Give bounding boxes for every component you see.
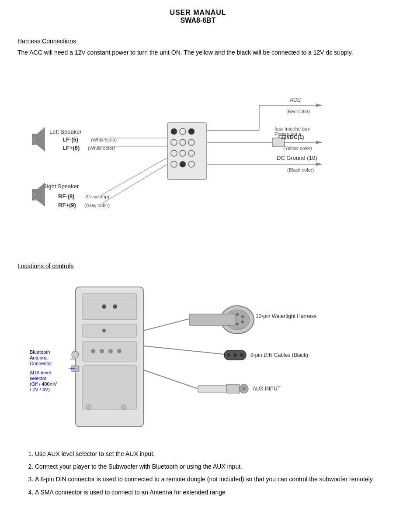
svg-text:(White/strip): (White/strip): [91, 137, 117, 142]
svg-text:DC Ground (10): DC Ground (10): [277, 155, 317, 161]
svg-text:-: -: [34, 191, 36, 197]
svg-point-65: [117, 349, 122, 353]
svg-text:(Black color): (Black color): [287, 167, 314, 173]
page-title: USER MANAUL: [17, 9, 379, 17]
svg-point-64: [108, 349, 113, 353]
svg-text:(Off / 400mV: (Off / 400mV: [30, 381, 57, 387]
svg-rect-57: [82, 324, 137, 337]
svg-text:+: +: [34, 142, 37, 148]
svg-point-56: [113, 304, 117, 309]
instruction-item: A 8-pin DIN connector is used to connect…: [35, 474, 379, 485]
svg-text:Right  Speaker: Right Speaker: [43, 183, 79, 190]
locations-diagram: 12-pin Watertight Harness 8-pin DIN Cabl…: [17, 278, 379, 440]
svg-text:(Gray/strip): (Gray/strip): [85, 194, 109, 199]
svg-text:12-pin Watertight Harness: 12-pin Watertight Harness: [256, 313, 316, 319]
harness-description: The ACC will need a 12V constant power t…: [17, 48, 379, 57]
svg-marker-36: [37, 127, 45, 152]
svg-marker-47: [37, 183, 45, 207]
svg-text:RF+(9): RF+(9): [58, 202, 76, 208]
instructions-list: Use AUX level selector to set the AUX in…: [35, 449, 379, 498]
svg-marker-22: [316, 141, 323, 144]
svg-text:(Yellow color): (Yellow color): [283, 145, 312, 151]
svg-text:Left Speaker: Left Speaker: [49, 128, 82, 135]
svg-marker-28: [316, 162, 323, 166]
locations-heading: Locations of controls: [17, 263, 379, 269]
svg-rect-87: [226, 384, 240, 393]
locations-section: Locations of controls: [17, 263, 379, 498]
harness-section: Harness Connections The ACC will need a …: [17, 38, 379, 249]
svg-text:LF-(5): LF-(5): [63, 136, 78, 143]
svg-text:(White color): (White color): [88, 145, 115, 151]
svg-text:ACC: ACC: [290, 97, 301, 103]
svg-point-76: [241, 321, 244, 323]
svg-rect-86: [198, 385, 229, 392]
svg-line-78: [143, 319, 189, 331]
svg-text:RF-(8): RF-(8): [58, 193, 75, 200]
instruction-item: Use AUX level selector to set the AUX in…: [35, 449, 379, 459]
page-header: USER MANAUL SWA8-6BT: [17, 9, 379, 24]
instruction-item: Connect your player to the Subwoofer wit…: [35, 461, 379, 472]
svg-point-62: [91, 349, 95, 353]
svg-point-89: [242, 387, 246, 390]
svg-point-60: [72, 351, 79, 358]
svg-text:(Red color): (Red color): [286, 109, 310, 114]
svg-text:LF+(6): LF+(6): [63, 145, 80, 151]
svg-rect-77: [189, 314, 235, 325]
svg-text:(Gray color): (Gray color): [84, 203, 110, 208]
svg-rect-54: [82, 294, 137, 320]
svg-text:-: -: [34, 136, 36, 141]
svg-line-43: [102, 158, 167, 195]
svg-text:AUX level: AUX level: [30, 370, 51, 375]
locations-diagram-svg: 12-pin Watertight Harness 8-pin DIN Cabl…: [28, 278, 368, 440]
harness-heading: Harness Connections: [17, 38, 379, 45]
svg-point-72: [236, 313, 239, 316]
harness-diagram-svg: ACC (Red color) Please put a fuse into t…: [19, 66, 377, 249]
svg-text:Bluetooth: Bluetooth: [30, 349, 50, 355]
harness-diagram: ACC (Red color) Please put a fuse into t…: [17, 66, 379, 249]
svg-point-11: [180, 161, 186, 167]
svg-text:AUX INPUT: AUX INPUT: [253, 386, 281, 392]
svg-text:fuse into the box: fuse into the box: [274, 126, 310, 131]
svg-point-75: [236, 323, 239, 325]
svg-text:+: +: [34, 198, 37, 203]
svg-text:selector: selector: [30, 376, 47, 381]
svg-line-90: [143, 370, 198, 389]
svg-text:8-pin DIN Cables (Black): 8-pin DIN Cables (Black): [250, 352, 308, 358]
svg-marker-16: [316, 104, 323, 107]
svg-point-81: [227, 353, 230, 357]
svg-line-50: [102, 164, 167, 204]
svg-text:Antenna: Antenna: [30, 355, 48, 360]
svg-point-63: [100, 349, 104, 353]
svg-point-83: [240, 353, 243, 357]
instruction-item: A SMA connector is used to connect to an…: [35, 487, 379, 498]
svg-point-68: [121, 404, 126, 410]
svg-point-55: [102, 304, 106, 309]
svg-point-67: [86, 404, 91, 410]
page-subtitle: SWA8-6BT: [17, 17, 379, 24]
svg-point-3: [188, 128, 195, 135]
svg-rect-66: [82, 366, 137, 409]
svg-line-84: [143, 346, 224, 354]
svg-point-1: [171, 128, 177, 135]
svg-text:/ 2V / 4V): / 2V / 4V): [30, 387, 50, 392]
svg-point-73: [241, 315, 244, 318]
svg-point-82: [233, 353, 237, 357]
svg-text:Connector: Connector: [30, 361, 52, 366]
svg-text:+12VDC(1): +12VDC(1): [278, 134, 304, 140]
svg-point-58: [102, 329, 106, 332]
